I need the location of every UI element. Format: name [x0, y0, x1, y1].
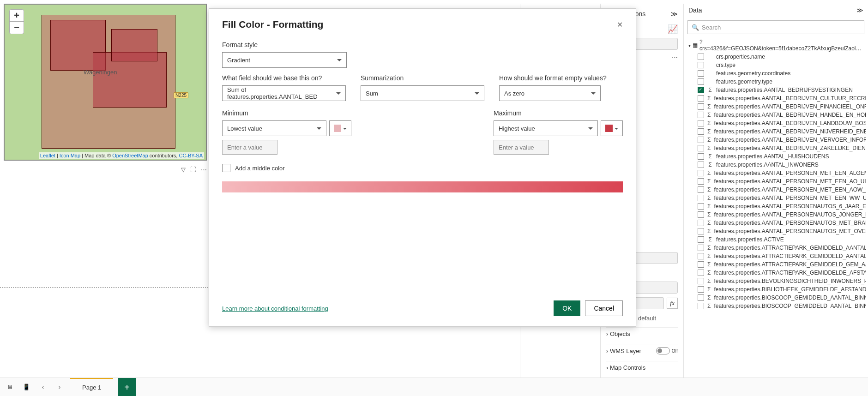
zoom-out-button[interactable]: −: [10, 22, 24, 34]
field-item[interactable]: Σfeatures.properties.AANTAL_BEDRIJVEN_LA…: [686, 119, 866, 127]
field-checkbox[interactable]: [698, 286, 704, 293]
field-checkbox[interactable]: [698, 120, 704, 126]
add-page-button[interactable]: +: [118, 378, 136, 396]
field-item[interactable]: Σfeatures.properties.AANTAL_HUISHOUDENS: [686, 152, 866, 161]
field-item[interactable]: features.geometry.type: [686, 78, 866, 86]
objects-section[interactable]: › Objects: [606, 327, 678, 340]
maximum-select[interactable]: Highest value: [494, 120, 598, 136]
zoom-in-button[interactable]: +: [10, 10, 24, 22]
field-checkbox[interactable]: [698, 261, 704, 268]
leaflet-link[interactable]: Leaflet: [40, 153, 55, 158]
field-checkbox[interactable]: [698, 294, 704, 301]
field-checkbox[interactable]: [698, 153, 704, 160]
field-item[interactable]: Σfeatures.properties.AANTAL_PERSONEN_MET…: [686, 177, 866, 186]
field-checkbox[interactable]: [698, 103, 704, 110]
field-checkbox[interactable]: [698, 54, 704, 60]
focus-mode-icon[interactable]: ⛶: [190, 166, 196, 173]
maximum-color-picker[interactable]: [601, 120, 623, 136]
dataset-node[interactable]: ▾ ▦ ?crs=4326&f=GEOJSON&token=5f1dabecoZ…: [686, 38, 866, 53]
summarization-select[interactable]: Sum: [361, 85, 484, 101]
fx-button[interactable]: fx: [667, 298, 678, 309]
search-input[interactable]: 🔍 Search: [687, 20, 864, 34]
prev-page-icon[interactable]: ‹: [37, 381, 49, 393]
learn-more-link[interactable]: Learn more about conditional formatting: [222, 305, 328, 312]
osm-link[interactable]: OpenStreetMap: [112, 153, 148, 158]
field-checkbox[interactable]: [698, 78, 704, 85]
collapse-icon[interactable]: ≫: [856, 6, 863, 14]
map-controls-section[interactable]: › Map Controls: [606, 361, 678, 374]
iconmap-link[interactable]: Icon Map: [60, 153, 80, 158]
collapse-icon[interactable]: ≫: [671, 10, 678, 18]
field-checkbox[interactable]: [698, 186, 704, 193]
field-item[interactable]: Σfeatures.properties.BEVOLKINGSDICHTHEID…: [686, 277, 866, 285]
wms-layer-section[interactable]: › WMS LayerOff: [606, 344, 678, 357]
filter-icon[interactable]: ▽: [181, 166, 186, 173]
field-item[interactable]: Σfeatures.properties.ACTIVE: [686, 235, 866, 244]
field-checkbox[interactable]: [698, 178, 704, 185]
field-item[interactable]: Σfeatures.properties.ATTRACTIEPARK_GEMID…: [686, 252, 866, 260]
field-checkbox[interactable]: [698, 253, 704, 259]
field-checkbox[interactable]: [698, 162, 704, 168]
minimum-color-picker[interactable]: [329, 120, 351, 136]
add-middle-color-checkbox[interactable]: [222, 164, 230, 172]
field-checkbox[interactable]: [698, 228, 704, 234]
field-item[interactable]: Σfeatures.properties.AANTAL_PERSONEN_MET…: [686, 169, 866, 177]
field-checkbox[interactable]: [698, 137, 704, 143]
mobile-view-icon[interactable]: 📱: [20, 381, 32, 393]
cancel-button[interactable]: Cancel: [585, 300, 623, 316]
field-checkbox[interactable]: [698, 278, 704, 284]
field-checkbox[interactable]: [698, 211, 704, 218]
field-checkbox[interactable]: [698, 195, 704, 201]
field-checkbox[interactable]: [698, 236, 704, 243]
field-checkbox[interactable]: [698, 95, 704, 102]
ok-button[interactable]: OK: [554, 300, 580, 316]
field-checkbox[interactable]: [698, 62, 704, 68]
desktop-view-icon[interactable]: 🖥: [4, 381, 16, 393]
field-item[interactable]: Σfeatures.properties.AANTAL_BEDRIJVEN_NI…: [686, 127, 866, 136]
field-item[interactable]: Σfeatures.properties.BIBLIOTHEEK_GEMIDDE…: [686, 285, 866, 294]
field-checkbox[interactable]: [698, 245, 704, 251]
base-field-select[interactable]: Sum of features.properties.AANTAL_BED: [222, 85, 346, 101]
field-item[interactable]: Σfeatures.properties.AANTAL_BEDRIJVEN_CU…: [686, 94, 866, 102]
wms-toggle[interactable]: [656, 347, 670, 354]
field-item[interactable]: Σfeatures.properties.AANTAL_PERSONEN_MET…: [686, 194, 866, 202]
field-item[interactable]: Σfeatures.properties.AANTAL_BEDRIJVEN_VE…: [686, 136, 866, 144]
format-style-select[interactable]: Gradient: [222, 52, 347, 68]
map-visual[interactable]: + − Wageningen N225 Leaflet | Icon Map |…: [4, 4, 207, 161]
field-item[interactable]: crs.type: [686, 61, 866, 69]
field-checkbox[interactable]: [698, 112, 704, 118]
field-checkbox[interactable]: [698, 128, 704, 135]
analytics-icon[interactable]: 📈: [668, 24, 678, 34]
empty-values-select[interactable]: As zero: [499, 85, 601, 101]
next-page-icon[interactable]: ›: [54, 381, 66, 393]
field-item[interactable]: Σfeatures.properties.AANTAL_BEDRIJVEN_FI…: [686, 102, 866, 111]
field-item[interactable]: Σfeatures.properties.AANTAL_PERSONENAUTO…: [686, 210, 866, 219]
field-item[interactable]: crs.properties.name: [686, 53, 866, 61]
page-tab[interactable]: Page 1: [70, 378, 113, 396]
field-item[interactable]: Σfeatures.properties.AANTAL_BEDRIJVEN_ZA…: [686, 144, 866, 152]
field-checkbox[interactable]: [698, 203, 704, 210]
cc-link[interactable]: CC-BY-SA: [179, 153, 203, 158]
field-checkbox[interactable]: [698, 270, 704, 276]
field-item[interactable]: Σfeatures.properties.ATTRACTIEPARK_GEMID…: [686, 269, 866, 277]
field-item[interactable]: Σfeatures.properties.AANTAL_PERSONEN_MET…: [686, 186, 866, 194]
field-item[interactable]: Σfeatures.properties.AANTAL_INWONERS: [686, 161, 866, 169]
field-item[interactable]: features.geometry.coordinates: [686, 69, 866, 78]
field-item[interactable]: Σfeatures.properties.ATTRACTIEPARK_GEMID…: [686, 260, 866, 269]
field-item[interactable]: Σfeatures.properties.ATTRACTIEPARK_GEMID…: [686, 244, 866, 252]
field-item[interactable]: Σfeatures.properties.BIOSCOOP_GEMIDDELD_…: [686, 302, 866, 310]
field-checkbox[interactable]: [698, 145, 704, 151]
field-item[interactable]: Σfeatures.properties.AANTAL_PERSONENAUTO…: [686, 219, 866, 227]
field-item[interactable]: Σfeatures.properties.AANTAL_BEDRIJFSVEST…: [686, 86, 866, 94]
maximum-value-input[interactable]: [494, 140, 549, 155]
minimum-value-input[interactable]: [222, 140, 277, 155]
field-checkbox[interactable]: [698, 70, 704, 77]
field-item[interactable]: Σfeatures.properties.BIOSCOOP_GEMIDDELD_…: [686, 294, 866, 302]
minimum-select[interactable]: Lowest value: [222, 120, 326, 136]
more-options-icon[interactable]: ⋯: [201, 166, 207, 173]
close-icon[interactable]: ✕: [617, 20, 623, 29]
field-checkbox[interactable]: [698, 303, 704, 309]
field-item[interactable]: Σfeatures.properties.AANTAL_BEDRIJVEN_HA…: [686, 111, 866, 119]
field-item[interactable]: Σfeatures.properties.AANTAL_PERSONENAUTO…: [686, 202, 866, 210]
field-item[interactable]: Σfeatures.properties.AANTAL_PERSONENAUTO…: [686, 227, 866, 235]
